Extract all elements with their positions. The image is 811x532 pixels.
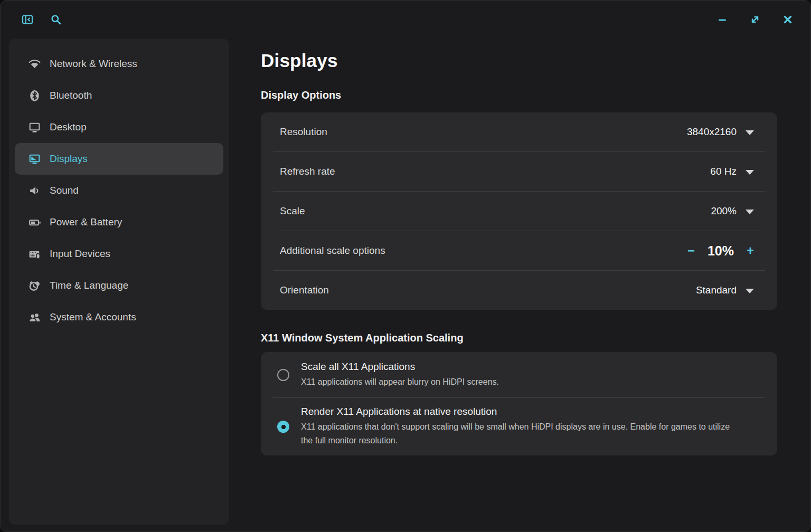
chevron-down-icon <box>746 130 754 135</box>
sidebar-item-system-accounts[interactable]: System & Accounts <box>15 301 223 333</box>
sidebar-item-bluetooth[interactable]: Bluetooth <box>15 80 223 111</box>
render-x11-native-title: Render X11 Applications at native resolu… <box>301 406 742 417</box>
sidebar-item-label: Network & Wireless <box>50 58 137 70</box>
titlebar <box>1 1 810 39</box>
sidebar-item-time-language[interactable]: Time & Language <box>15 270 223 301</box>
radio-checked-icon[interactable] <box>277 421 289 433</box>
scale-all-x11-title: Scale all X11 Applications <box>301 361 499 373</box>
scale-row: Scale 200% <box>261 192 777 231</box>
additional-scale-value: 10% <box>708 243 734 259</box>
sidebar-item-sound[interactable]: Sound <box>15 175 223 206</box>
battery-icon <box>27 215 41 229</box>
display-options-panel: Resolution 3840x2160 Refresh rate 60 Hz … <box>261 112 777 310</box>
sidebar-item-label: Power & Battery <box>50 216 122 228</box>
plus-button[interactable]: + <box>747 244 754 257</box>
render-x11-native-description: X11 applications that don't support scal… <box>301 420 742 448</box>
settings-window: Network & Wireless Bluetooth Desktop <box>0 0 811 532</box>
resolution-label: Resolution <box>280 126 327 138</box>
page-title: Displays <box>261 50 777 71</box>
users-icon <box>27 310 41 324</box>
refresh-rate-label: Refresh rate <box>280 166 335 177</box>
scale-all-x11-option[interactable]: Scale all X11 Applications X11 applicati… <box>261 352 777 397</box>
resolution-value: 3840x2160 <box>687 126 737 138</box>
display-options-heading: Display Options <box>261 89 777 101</box>
sidebar-item-label: Desktop <box>50 121 87 133</box>
refresh-rate-value: 60 Hz <box>710 166 737 177</box>
sidebar-item-label: System & Accounts <box>50 311 136 323</box>
x11-scaling-heading: X11 Window System Application Scaling <box>261 332 777 344</box>
refresh-rate-dropdown[interactable]: 60 Hz <box>710 166 754 177</box>
resolution-dropdown[interactable]: 3840x2160 <box>687 126 754 138</box>
radio-unchecked-icon[interactable] <box>277 369 289 381</box>
scale-all-x11-description: X11 applications will appear blurry on H… <box>301 375 499 389</box>
resolution-row: Resolution 3840x2160 <box>261 112 777 151</box>
sidebar-item-label: Sound <box>50 185 79 196</box>
minimize-button[interactable] <box>715 13 729 26</box>
additional-scale-stepper: − 10% + <box>687 243 754 259</box>
sidebar-item-power-battery[interactable]: Power & Battery <box>15 206 223 238</box>
sidebar-item-label: Time & Language <box>50 280 128 291</box>
x11-scaling-panel: Scale all X11 Applications X11 applicati… <box>261 352 777 455</box>
sidebar: Network & Wireless Bluetooth Desktop <box>9 39 229 525</box>
main-content: Displays Display Options Resolution 3840… <box>229 39 810 531</box>
bluetooth-icon <box>27 89 41 102</box>
desktop-icon <box>27 120 41 134</box>
chevron-down-icon <box>746 170 754 175</box>
chevron-down-icon <box>746 210 754 214</box>
sidebar-item-network-wireless[interactable]: Network & Wireless <box>15 48 223 80</box>
displays-icon <box>27 152 41 166</box>
scale-label: Scale <box>280 205 305 217</box>
sidebar-item-label: Input Devices <box>50 248 110 260</box>
chevron-down-icon <box>746 289 754 293</box>
search-icon[interactable] <box>49 13 63 26</box>
scale-value: 200% <box>711 205 737 217</box>
close-button[interactable] <box>781 13 795 26</box>
scale-dropdown[interactable]: 200% <box>711 205 754 217</box>
orientation-value: Standard <box>696 284 737 296</box>
orientation-row: Orientation Standard <box>261 271 777 310</box>
sidebar-item-desktop[interactable]: Desktop <box>15 111 223 143</box>
minus-button[interactable]: − <box>687 244 695 257</box>
additional-scale-label: Additional scale options <box>280 245 385 256</box>
maximize-button[interactable] <box>748 13 762 26</box>
refresh-rate-row: Refresh rate 60 Hz <box>261 152 777 191</box>
sidebar-item-label: Displays <box>50 153 88 165</box>
render-x11-native-option[interactable]: Render X11 Applications at native resolu… <box>261 398 777 455</box>
clock-icon <box>27 279 41 292</box>
sidebar-item-label: Bluetooth <box>50 90 92 101</box>
keyboard-mouse-icon <box>27 247 41 261</box>
orientation-label: Orientation <box>280 284 329 296</box>
additional-scale-row: Additional scale options − 10% + <box>261 231 777 270</box>
sidebar-toggle-icon[interactable] <box>21 13 34 26</box>
sidebar-item-displays[interactable]: Displays <box>15 143 223 175</box>
orientation-dropdown[interactable]: Standard <box>696 284 754 296</box>
wifi-icon <box>27 57 41 71</box>
speaker-icon <box>27 184 41 197</box>
sidebar-item-input-devices[interactable]: Input Devices <box>15 238 223 270</box>
